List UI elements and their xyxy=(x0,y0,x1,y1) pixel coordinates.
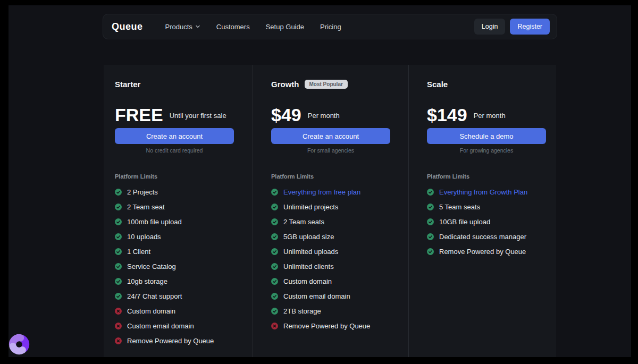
plan-price-row: $149 Per month xyxy=(427,104,556,125)
login-button[interactable]: Login xyxy=(474,19,506,35)
check-icon xyxy=(115,218,122,225)
plan-section-title: Platform Limits xyxy=(115,173,253,180)
check-icon xyxy=(427,233,434,240)
nav-link-label: Setup Guide xyxy=(266,23,304,31)
feature-label: 10 uploads xyxy=(127,233,161,241)
nav-link-products[interactable]: Products xyxy=(165,23,200,31)
feature-row: Remove Powered by Queue xyxy=(427,244,556,259)
feature-row: Service Catalog xyxy=(115,259,253,274)
feature-row: 2 Team seats xyxy=(271,214,408,229)
x-icon xyxy=(115,337,122,344)
plan-feature-list: Everything from Growth Plan 5 Team seats… xyxy=(427,184,556,259)
check-icon xyxy=(271,293,278,300)
plan-header: Starter xyxy=(115,79,253,89)
check-icon xyxy=(427,248,434,255)
feature-label: Custom email domain xyxy=(283,292,350,300)
feature-row: 10 uploads xyxy=(115,229,253,244)
feature-row: Remove Powered by Queue xyxy=(115,333,253,348)
feature-row: 2TB storage xyxy=(271,303,408,318)
check-icon xyxy=(271,308,278,315)
feature-row: 24/7 Chat support xyxy=(115,289,253,303)
feature-label: Service Catalog xyxy=(127,263,176,270)
plan-price-row: $49 Per month xyxy=(271,104,408,125)
feature-row: Custom email domain xyxy=(115,318,253,333)
x-icon xyxy=(271,323,278,329)
most-popular-badge: Most Popular xyxy=(305,80,348,89)
plan-section-title: Platform Limits xyxy=(427,173,556,180)
plan-cta-note: For growing agencies xyxy=(427,147,546,154)
plan-name: Starter xyxy=(115,80,140,89)
feature-label: 1 Client xyxy=(127,248,150,256)
feature-row: Unlimited clients xyxy=(271,259,408,274)
plan-cta-button[interactable]: Create an account xyxy=(271,128,390,144)
plan-header: Growth Most Popular xyxy=(271,79,408,89)
feature-label: Custom domain xyxy=(283,277,332,285)
plan-price-note: Until your first sale xyxy=(170,112,226,120)
plan-feature-list: Everything from free plan Unlimited proj… xyxy=(271,184,408,333)
feature-label: 10gb storage xyxy=(127,277,167,285)
check-icon xyxy=(271,233,278,240)
x-icon xyxy=(115,323,122,329)
chevron-down-icon xyxy=(195,24,200,29)
nav-link-label: Pricing xyxy=(320,23,341,31)
feature-row: 2 Projects xyxy=(115,184,253,199)
check-icon xyxy=(115,278,122,285)
feature-label: Dedicated success manager xyxy=(439,233,526,241)
feature-row: Everything from Growth Plan xyxy=(427,184,556,199)
feature-row: Unlimited projects xyxy=(271,199,408,214)
check-icon xyxy=(115,204,122,210)
feature-label: Remove Powered by Queue xyxy=(283,322,370,330)
check-icon xyxy=(115,189,122,196)
nav-link-setup-guide[interactable]: Setup Guide xyxy=(266,23,304,31)
feature-row: Everything from free plan xyxy=(271,184,408,199)
feature-row: 1 Client xyxy=(115,244,253,259)
nav-link-pricing[interactable]: Pricing xyxy=(320,23,341,31)
register-button[interactable]: Register xyxy=(510,19,550,35)
check-icon xyxy=(271,263,278,270)
check-icon xyxy=(427,218,434,225)
plan-price: FREE xyxy=(115,104,163,125)
plan-cta-button[interactable]: Schedule a demo xyxy=(427,128,546,144)
feature-label: 2 Team seats xyxy=(283,218,324,226)
check-icon xyxy=(427,204,434,210)
feature-row: 5 Team seats xyxy=(427,199,556,214)
nav-link-customers[interactable]: Customers xyxy=(216,23,250,31)
feature-label: 2TB storage xyxy=(283,307,321,315)
feature-label: Custom domain xyxy=(127,307,175,315)
feature-row: Remove Powered by Queue xyxy=(271,318,408,333)
plan-price-row: FREE Until your first sale xyxy=(115,104,253,125)
plan-price-note: Per month xyxy=(474,112,506,120)
plan-price: $49 xyxy=(271,104,301,125)
feature-label: 100mb file upload xyxy=(127,218,182,226)
feature-row: 5GB upload size xyxy=(271,229,408,244)
feature-label: 5GB upload size xyxy=(283,233,334,241)
feature-label: 5 Team seats xyxy=(439,203,480,211)
feature-row: Dedicated success manager xyxy=(427,229,556,244)
plan-cta-button[interactable]: Create an account xyxy=(115,128,234,144)
feature-label: Everything from free plan xyxy=(283,188,360,196)
pricing-plan-scale: Scale $149 Per month Schedule a demo For… xyxy=(408,65,556,357)
feature-row: Unlimited uploads xyxy=(271,244,408,259)
feature-label: 2 Team seat xyxy=(127,203,165,211)
plan-cta-note: No credit card required xyxy=(115,147,234,154)
nav-link-label: Customers xyxy=(216,23,250,31)
feature-label: Everything from Growth Plan xyxy=(439,188,527,196)
feature-label: Unlimited projects xyxy=(283,203,338,211)
feature-row: Custom domain xyxy=(271,274,408,289)
check-icon xyxy=(271,278,278,285)
plan-name: Growth xyxy=(271,80,299,89)
feature-label: Unlimited clients xyxy=(283,263,334,270)
plan-price: $149 xyxy=(427,104,467,125)
feature-label: Remove Powered by Queue xyxy=(127,337,214,345)
check-icon xyxy=(427,189,434,196)
check-icon xyxy=(115,263,122,270)
feature-label: 2 Projects xyxy=(127,188,158,196)
top-navbar: Queue Products Customers Setup Guide Pri… xyxy=(103,14,557,39)
queue-logo: Queue xyxy=(112,21,143,32)
feature-row: Custom email domain xyxy=(271,289,408,303)
check-icon xyxy=(271,218,278,225)
plan-header: Scale xyxy=(427,79,556,89)
feature-label: Custom email domain xyxy=(127,322,194,330)
page-background: Queue Products Customers Setup Guide Pri… xyxy=(9,5,631,357)
queue-swirl-logo[interactable] xyxy=(7,332,31,357)
